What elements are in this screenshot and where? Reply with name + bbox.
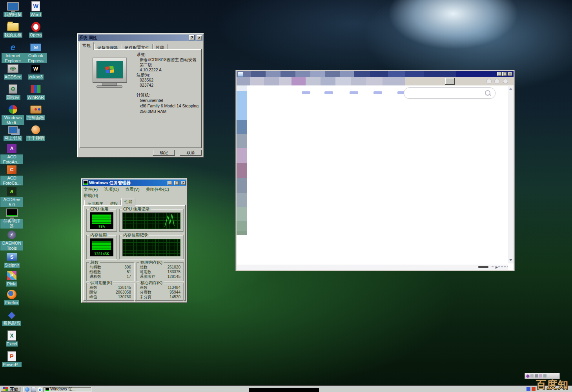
ttplayer-icon bbox=[30, 125, 42, 135]
quicklaunch-msn-icon[interactable] bbox=[25, 387, 29, 392]
close-button[interactable]: × bbox=[181, 181, 186, 185]
storm-player-icon: ◆ bbox=[6, 310, 18, 320]
maximize-button[interactable]: ▢ bbox=[174, 181, 179, 185]
desktop-icon-zukoo3[interactable]: Wzukoo3 bbox=[24, 64, 47, 80]
memory-history-graph bbox=[122, 239, 180, 256]
window-title: Windows 任务管理器 bbox=[89, 180, 131, 186]
cpu-usage-label: CPU 使用 bbox=[89, 207, 109, 212]
toolbar-button[interactable] bbox=[445, 78, 455, 85]
desktop-icon-acdsee5[interactable]: aACDSee 5.0 bbox=[0, 186, 23, 207]
ime-icon[interactable] bbox=[530, 374, 534, 377]
ime-icon[interactable] bbox=[543, 374, 546, 377]
bigwin-titlebar[interactable]: ─ ▢ × bbox=[237, 71, 514, 77]
desktop-icon-outlook-express[interactable]: ✉Outlook Express bbox=[24, 42, 47, 63]
system-properties-titlebar[interactable]: 系统 属性 ? × bbox=[78, 34, 203, 41]
windows-logo-icon bbox=[97, 61, 123, 78]
desktop-icon-excel[interactable]: XExcel bbox=[0, 330, 23, 347]
quicklaunch-ie-icon[interactable]: e bbox=[38, 387, 42, 392]
minimize-button[interactable]: ─ bbox=[497, 72, 502, 76]
desktop-icon-my-computer[interactable]: 我的电脑 bbox=[2, 1, 24, 17]
desktop-icon-my-documents[interactable]: 我的文档 bbox=[2, 22, 24, 38]
desktop-icon-ttplayer[interactable]: 千千静听 bbox=[24, 125, 47, 141]
monitor-graphic bbox=[93, 58, 127, 83]
desktop-icon-internet-explorer[interactable]: eInternet Explorer bbox=[2, 42, 24, 63]
network-places-icon bbox=[7, 125, 19, 135]
menu-help[interactable]: 帮助(H) bbox=[84, 193, 98, 198]
minimize-button[interactable]: ─ bbox=[168, 181, 172, 185]
taskbar-divider bbox=[22, 387, 24, 392]
desktop-icon-acdsee[interactable]: ACDSee bbox=[2, 64, 24, 80]
stat-row: 未分页14520 bbox=[137, 295, 183, 299]
desktop-icon-windows-media[interactable]: Windows Medi... bbox=[2, 104, 24, 125]
blurred-link-fragment bbox=[373, 91, 382, 94]
tray-icon[interactable] bbox=[532, 387, 536, 391]
desktop-icon-winrar[interactable]: WinRAR bbox=[24, 84, 47, 100]
tab-performance[interactable]: 性能 bbox=[121, 198, 135, 206]
desktop-icon-daemon-tools[interactable]: ⚡DAEMON Tools bbox=[0, 230, 23, 250]
cpu-history-label: CPU 使用记录 bbox=[122, 207, 151, 212]
scroll-up-icon[interactable] bbox=[509, 88, 512, 90]
desktop-icon-storm-player[interactable]: ◆暴风影音 bbox=[0, 310, 23, 326]
horizontal-scrollbar[interactable] bbox=[237, 265, 508, 270]
desktop-icon-firefox[interactable]: Firefox bbox=[0, 289, 23, 305]
desktop-icon-powerpoint[interactable]: PPowerP... bbox=[0, 351, 23, 367]
menu-view[interactable]: 查看(V) bbox=[125, 187, 140, 192]
tray-icon[interactable] bbox=[526, 387, 530, 391]
search-input[interactable] bbox=[404, 87, 495, 99]
maximize-button[interactable]: ▢ bbox=[502, 72, 507, 76]
cpu-history-graph bbox=[122, 212, 180, 229]
firefox-icon bbox=[6, 289, 18, 299]
desktop-icon-acd-fotoangelo[interactable]: AACD FotoAn... bbox=[0, 143, 23, 164]
acd-fotocanvas-icon: C bbox=[6, 165, 18, 175]
menu-options[interactable]: 选项(O) bbox=[104, 187, 119, 192]
desktop-icon-sleipnir[interactable]: SSleipnir bbox=[0, 252, 23, 268]
home-circle-icon[interactable] bbox=[494, 79, 499, 84]
tab-general[interactable]: 常规 bbox=[79, 42, 94, 50]
quicklaunch-show-desktop-icon[interactable] bbox=[31, 387, 36, 392]
internet-explorer-icon: e bbox=[7, 42, 19, 53]
help-button[interactable]: ? bbox=[189, 35, 195, 40]
desktop: 我的电脑 WWord 我的文档 Opera eInternet Explorer… bbox=[0, 0, 572, 392]
desktop-icon-recycle-bin[interactable]: ♻回收站 bbox=[2, 84, 24, 100]
cancel-button[interactable]: 取消 bbox=[180, 150, 202, 156]
stat-row: 总数128145 bbox=[87, 285, 134, 290]
start-button[interactable]: 开始 bbox=[1, 387, 20, 392]
memory-usage-label: 内存使用 bbox=[89, 232, 108, 238]
computer-label: 计算机: bbox=[137, 92, 199, 98]
totals-group: 总数 句柄数306 线程数51 进程数17 bbox=[86, 262, 134, 281]
stat-row: 进程数17 bbox=[87, 274, 134, 279]
opera-icon bbox=[30, 22, 42, 32]
task-manager-menubar: 文件(F) 选项(O) 查看(V) 关闭任务(C) 帮助(H) bbox=[84, 187, 185, 199]
task-manager-titlebar[interactable]: Windows 任务管理器 ─ ▢ × bbox=[82, 180, 186, 186]
my-documents-icon bbox=[7, 22, 19, 32]
desktop-icon-network-places[interactable]: 网上邻居 bbox=[2, 125, 24, 141]
desktop-icon-pixia[interactable]: PPixia bbox=[0, 270, 23, 287]
ime-icon[interactable] bbox=[535, 374, 538, 377]
ime-icon[interactable] bbox=[539, 374, 542, 377]
stat-row: 系统缓存128145 bbox=[137, 274, 183, 279]
task-manager-window: Windows 任务管理器 ─ ▢ × 文件(F) 选项(O) 查看(V) 关闭… bbox=[81, 178, 188, 303]
menu-file[interactable]: 文件(F) bbox=[84, 187, 98, 192]
blurred-link-fragment bbox=[350, 91, 358, 94]
scroll-down-icon[interactable] bbox=[509, 259, 512, 261]
menu-end-task[interactable]: 关闭任务(C) bbox=[146, 187, 169, 192]
close-button[interactable]: × bbox=[197, 35, 202, 40]
vertical-scrollbar[interactable] bbox=[508, 86, 514, 263]
refresh-circle-icon[interactable] bbox=[503, 79, 508, 84]
desktop-icon-task-manager[interactable]: 任务管理器 bbox=[0, 208, 23, 229]
task-manager-window-icon bbox=[83, 180, 88, 185]
desktop-icon-word[interactable]: WWord bbox=[24, 1, 47, 17]
taskbar-task-button[interactable]: Windows 任... bbox=[44, 387, 91, 392]
desktop-icon-opera[interactable]: Opera bbox=[24, 22, 47, 38]
windows-media-icon bbox=[7, 104, 19, 114]
word-icon: W bbox=[30, 1, 42, 11]
desktop-icon-acd-fotocanvas[interactable]: CACD FotoCa... bbox=[0, 165, 23, 185]
ime-diamond-icon[interactable] bbox=[526, 374, 530, 378]
close-button[interactable]: × bbox=[508, 72, 512, 76]
recycle-bin-icon: ♻ bbox=[7, 84, 19, 94]
ok-button[interactable]: 确定 bbox=[153, 150, 175, 156]
desktop-icon-control-panel[interactable]: 控制面板 bbox=[24, 104, 47, 120]
physical-memory-group: 物理内存(K) 总数261020 可用数133375 系统缓存128145 bbox=[137, 262, 184, 281]
nav-circle-icon[interactable] bbox=[486, 79, 492, 84]
cpu-history-group: CPU 使用记录 bbox=[119, 209, 184, 232]
